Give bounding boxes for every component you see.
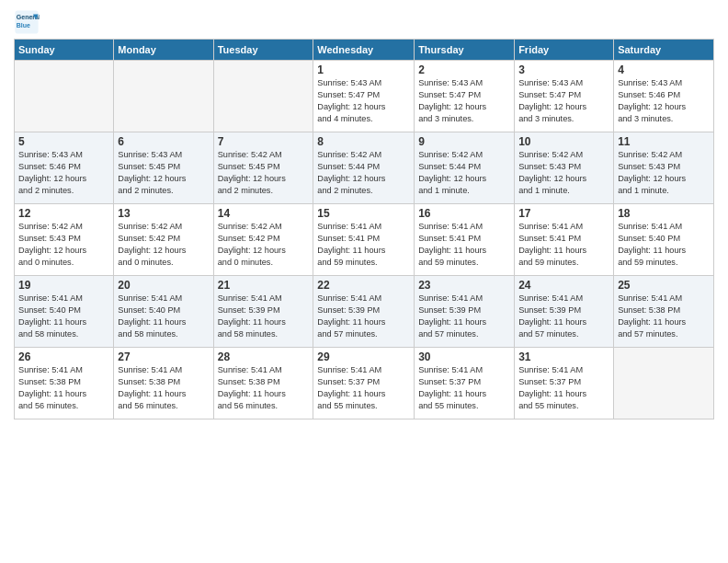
cell-day-info: Sunrise: 5:43 AM Sunset: 5:46 PM Dayligh… xyxy=(18,149,109,197)
calendar-cell: 22Sunrise: 5:41 AM Sunset: 5:39 PM Dayli… xyxy=(313,276,415,348)
calendar-cell: 30Sunrise: 5:41 AM Sunset: 5:37 PM Dayli… xyxy=(415,348,515,419)
calendar-cell: 13Sunrise: 5:42 AM Sunset: 5:42 PM Dayli… xyxy=(114,204,213,276)
cell-day-info: Sunrise: 5:41 AM Sunset: 5:39 PM Dayligh… xyxy=(218,293,310,340)
cell-day-number: 16 xyxy=(418,207,510,220)
cell-day-info: Sunrise: 5:43 AM Sunset: 5:47 PM Dayligh… xyxy=(317,77,410,125)
cell-day-info: Sunrise: 5:41 AM Sunset: 5:38 PM Dayligh… xyxy=(18,364,109,412)
weekday-header: Sunday xyxy=(15,40,114,61)
cell-day-info: Sunrise: 5:41 AM Sunset: 5:40 PM Dayligh… xyxy=(118,293,209,340)
calendar-cell: 15Sunrise: 5:41 AM Sunset: 5:41 PM Dayli… xyxy=(313,204,415,276)
calendar-cell xyxy=(614,348,714,419)
cell-day-info: Sunrise: 5:41 AM Sunset: 5:41 PM Dayligh… xyxy=(317,221,410,269)
cell-day-info: Sunrise: 5:42 AM Sunset: 5:43 PM Dayligh… xyxy=(18,221,109,269)
calendar-cell: 11Sunrise: 5:42 AM Sunset: 5:43 PM Dayli… xyxy=(614,132,714,204)
calendar-cell xyxy=(213,61,313,132)
cell-day-info: Sunrise: 5:42 AM Sunset: 5:43 PM Dayligh… xyxy=(618,149,710,197)
cell-day-number: 18 xyxy=(618,207,710,220)
cell-day-info: Sunrise: 5:41 AM Sunset: 5:37 PM Dayligh… xyxy=(518,364,609,412)
calendar-cell: 18Sunrise: 5:41 AM Sunset: 5:40 PM Dayli… xyxy=(614,204,714,276)
calendar-cell: 8Sunrise: 5:42 AM Sunset: 5:44 PM Daylig… xyxy=(313,132,415,204)
calendar-cell: 23Sunrise: 5:41 AM Sunset: 5:39 PM Dayli… xyxy=(415,276,515,348)
cell-day-number: 24 xyxy=(518,279,609,292)
cell-day-info: Sunrise: 5:43 AM Sunset: 5:47 PM Dayligh… xyxy=(418,77,510,125)
calendar-week-row: 26Sunrise: 5:41 AM Sunset: 5:38 PM Dayli… xyxy=(15,348,714,419)
cell-day-number: 4 xyxy=(618,63,710,76)
cell-day-number: 26 xyxy=(18,350,109,363)
logo: General Blue xyxy=(14,9,43,35)
calendar-cell: 7Sunrise: 5:42 AM Sunset: 5:45 PM Daylig… xyxy=(213,132,313,204)
calendar-cell: 17Sunrise: 5:41 AM Sunset: 5:41 PM Dayli… xyxy=(515,204,614,276)
cell-day-number: 10 xyxy=(518,135,609,148)
cell-day-number: 28 xyxy=(218,350,310,363)
weekday-header-row: SundayMondayTuesdayWednesdayThursdayFrid… xyxy=(15,40,714,61)
calendar-cell: 9Sunrise: 5:42 AM Sunset: 5:44 PM Daylig… xyxy=(415,132,515,204)
cell-day-info: Sunrise: 5:41 AM Sunset: 5:38 PM Dayligh… xyxy=(118,364,209,412)
header: General Blue xyxy=(14,9,714,35)
svg-text:Blue: Blue xyxy=(17,22,30,29)
cell-day-info: Sunrise: 5:41 AM Sunset: 5:37 PM Dayligh… xyxy=(317,364,410,412)
calendar: SundayMondayTuesdayWednesdayThursdayFrid… xyxy=(14,39,714,419)
cell-day-number: 27 xyxy=(118,350,209,363)
calendar-cell xyxy=(114,61,213,132)
cell-day-number: 6 xyxy=(118,135,209,148)
calendar-cell: 29Sunrise: 5:41 AM Sunset: 5:37 PM Dayli… xyxy=(313,348,415,419)
cell-day-info: Sunrise: 5:41 AM Sunset: 5:39 PM Dayligh… xyxy=(518,293,609,340)
calendar-cell: 3Sunrise: 5:43 AM Sunset: 5:47 PM Daylig… xyxy=(515,61,614,132)
weekday-header: Friday xyxy=(515,40,614,61)
cell-day-info: Sunrise: 5:41 AM Sunset: 5:39 PM Dayligh… xyxy=(418,293,510,340)
cell-day-info: Sunrise: 5:41 AM Sunset: 5:41 PM Dayligh… xyxy=(518,221,609,269)
cell-day-number: 2 xyxy=(418,63,510,76)
cell-day-number: 30 xyxy=(418,350,510,363)
cell-day-info: Sunrise: 5:42 AM Sunset: 5:44 PM Dayligh… xyxy=(418,149,510,197)
cell-day-number: 17 xyxy=(518,207,609,220)
cell-day-info: Sunrise: 5:41 AM Sunset: 5:40 PM Dayligh… xyxy=(618,221,710,269)
cell-day-number: 7 xyxy=(218,135,310,148)
cell-day-info: Sunrise: 5:41 AM Sunset: 5:39 PM Dayligh… xyxy=(317,293,410,340)
calendar-week-row: 1Sunrise: 5:43 AM Sunset: 5:47 PM Daylig… xyxy=(15,61,714,132)
calendar-week-row: 5Sunrise: 5:43 AM Sunset: 5:46 PM Daylig… xyxy=(15,132,714,204)
cell-day-number: 1 xyxy=(317,63,410,76)
calendar-cell: 6Sunrise: 5:43 AM Sunset: 5:45 PM Daylig… xyxy=(114,132,213,204)
cell-day-number: 22 xyxy=(317,279,410,292)
cell-day-number: 12 xyxy=(18,207,109,220)
calendar-cell: 1Sunrise: 5:43 AM Sunset: 5:47 PM Daylig… xyxy=(313,61,415,132)
calendar-cell: 25Sunrise: 5:41 AM Sunset: 5:38 PM Dayli… xyxy=(614,276,714,348)
calendar-cell: 12Sunrise: 5:42 AM Sunset: 5:43 PM Dayli… xyxy=(15,204,114,276)
cell-day-info: Sunrise: 5:41 AM Sunset: 5:38 PM Dayligh… xyxy=(218,364,310,412)
cell-day-info: Sunrise: 5:43 AM Sunset: 5:47 PM Dayligh… xyxy=(518,77,609,125)
cell-day-info: Sunrise: 5:42 AM Sunset: 5:45 PM Dayligh… xyxy=(218,149,310,197)
weekday-header: Thursday xyxy=(415,40,515,61)
cell-day-number: 15 xyxy=(317,207,410,220)
logo-icon: General Blue xyxy=(14,9,40,35)
cell-day-info: Sunrise: 5:41 AM Sunset: 5:38 PM Dayligh… xyxy=(618,293,710,340)
cell-day-info: Sunrise: 5:42 AM Sunset: 5:43 PM Dayligh… xyxy=(518,149,609,197)
cell-day-info: Sunrise: 5:43 AM Sunset: 5:45 PM Dayligh… xyxy=(118,149,209,197)
cell-day-info: Sunrise: 5:41 AM Sunset: 5:37 PM Dayligh… xyxy=(418,364,510,412)
calendar-cell: 28Sunrise: 5:41 AM Sunset: 5:38 PM Dayli… xyxy=(213,348,313,419)
cell-day-info: Sunrise: 5:42 AM Sunset: 5:44 PM Dayligh… xyxy=(317,149,410,197)
cell-day-number: 19 xyxy=(18,279,109,292)
calendar-cell: 4Sunrise: 5:43 AM Sunset: 5:46 PM Daylig… xyxy=(614,61,714,132)
cell-day-number: 31 xyxy=(518,350,609,363)
cell-day-info: Sunrise: 5:41 AM Sunset: 5:40 PM Dayligh… xyxy=(18,293,109,340)
cell-day-info: Sunrise: 5:42 AM Sunset: 5:42 PM Dayligh… xyxy=(118,221,209,269)
cell-day-number: 9 xyxy=(418,135,510,148)
weekday-header: Saturday xyxy=(614,40,714,61)
cell-day-number: 25 xyxy=(618,279,710,292)
calendar-cell: 5Sunrise: 5:43 AM Sunset: 5:46 PM Daylig… xyxy=(15,132,114,204)
cell-day-info: Sunrise: 5:42 AM Sunset: 5:42 PM Dayligh… xyxy=(218,221,310,269)
weekday-header: Wednesday xyxy=(313,40,415,61)
calendar-cell xyxy=(15,61,114,132)
calendar-cell: 14Sunrise: 5:42 AM Sunset: 5:42 PM Dayli… xyxy=(213,204,313,276)
calendar-cell: 21Sunrise: 5:41 AM Sunset: 5:39 PM Dayli… xyxy=(213,276,313,348)
calendar-cell: 20Sunrise: 5:41 AM Sunset: 5:40 PM Dayli… xyxy=(114,276,213,348)
calendar-cell: 16Sunrise: 5:41 AM Sunset: 5:41 PM Dayli… xyxy=(415,204,515,276)
calendar-cell: 31Sunrise: 5:41 AM Sunset: 5:37 PM Dayli… xyxy=(515,348,614,419)
cell-day-number: 23 xyxy=(418,279,510,292)
calendar-cell: 26Sunrise: 5:41 AM Sunset: 5:38 PM Dayli… xyxy=(15,348,114,419)
calendar-cell: 24Sunrise: 5:41 AM Sunset: 5:39 PM Dayli… xyxy=(515,276,614,348)
cell-day-number: 3 xyxy=(518,63,609,76)
calendar-week-row: 12Sunrise: 5:42 AM Sunset: 5:43 PM Dayli… xyxy=(15,204,714,276)
calendar-cell: 2Sunrise: 5:43 AM Sunset: 5:47 PM Daylig… xyxy=(415,61,515,132)
calendar-cell: 19Sunrise: 5:41 AM Sunset: 5:40 PM Dayli… xyxy=(15,276,114,348)
